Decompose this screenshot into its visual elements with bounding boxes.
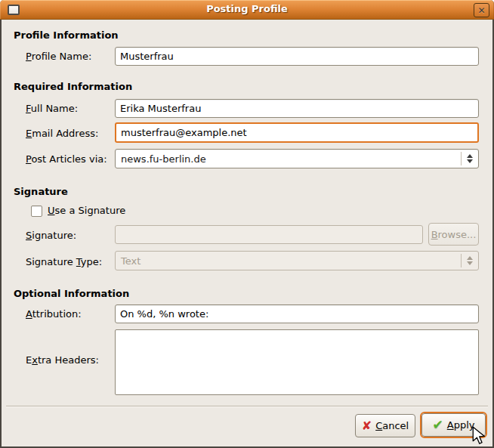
combo-arrows-icon: [462, 256, 478, 265]
close-button[interactable]: ✕: [474, 3, 489, 17]
full-name-input[interactable]: [115, 99, 479, 118]
signature-type-value: Text: [116, 255, 461, 267]
extra-headers-label: Extra Headers:: [26, 354, 99, 366]
browse-button-label: Browse...: [431, 229, 477, 240]
extra-headers-textarea[interactable]: [115, 329, 479, 395]
window-title: Posting Profile: [0, 3, 494, 14]
signature-file-input: [115, 225, 423, 244]
full-name-label: Full Name:: [26, 103, 78, 114]
apply-button-focus-ring: ✔ Apply: [420, 412, 487, 438]
email-address-label: Email Address:: [26, 128, 98, 139]
signature-label: Signature:: [26, 230, 76, 241]
use-signature-checkbox[interactable]: [31, 205, 42, 217]
section-profile-information: Profile Information: [14, 29, 119, 41]
attribution-input[interactable]: [115, 304, 479, 323]
apply-button-label: Apply: [447, 419, 475, 431]
email-address-input[interactable]: [115, 122, 479, 143]
post-articles-via-combo[interactable]: news.fu-berlin.de: [115, 149, 479, 168]
signature-type-label: Signature Type:: [26, 256, 102, 267]
cancel-button[interactable]: ✘ Cancel: [355, 414, 415, 437]
attribution-label: Attribution:: [26, 308, 82, 320]
section-optional-information: Optional Information: [14, 288, 129, 299]
browse-button: Browse...: [428, 223, 479, 246]
combo-arrows-icon: [462, 154, 478, 163]
post-articles-via-value: news.fu-berlin.de: [116, 153, 461, 165]
profile-name-input[interactable]: [115, 47, 479, 66]
posting-profile-dialog: Posting Profile ✕ Profile Information Pr…: [0, 0, 494, 448]
use-signature-label[interactable]: Use a Signature: [48, 205, 125, 216]
cancel-button-label: Cancel: [375, 420, 409, 431]
apply-check-icon: ✔: [433, 419, 443, 431]
section-signature: Signature: [14, 186, 68, 197]
profile-name-label: Profile Name:: [26, 51, 91, 62]
cancel-x-icon: ✘: [362, 420, 372, 432]
signature-type-combo: Text: [115, 251, 479, 270]
section-required-information: Required Information: [14, 81, 132, 92]
close-icon: ✕: [477, 5, 485, 16]
titlebar[interactable]: Posting Profile ✕: [0, 0, 494, 20]
footer-separator: [6, 406, 488, 407]
post-articles-via-label: Post Articles via:: [26, 153, 107, 165]
apply-button[interactable]: ✔ Apply: [421, 413, 486, 437]
